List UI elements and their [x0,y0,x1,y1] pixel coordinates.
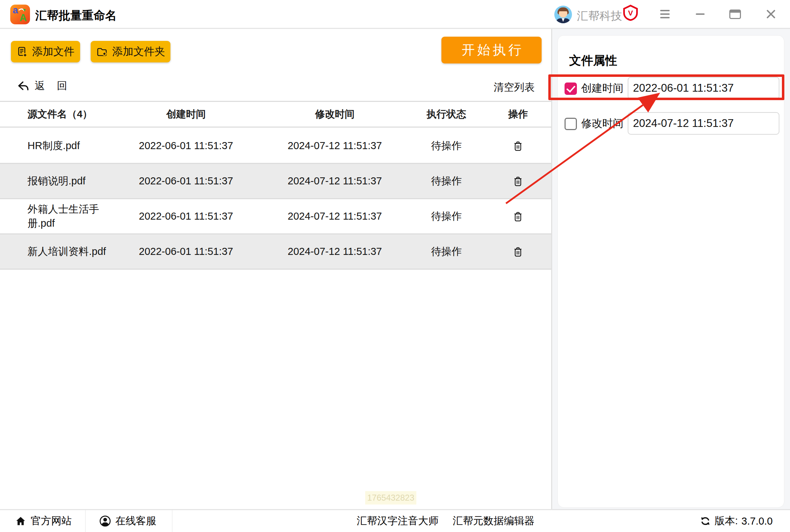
maximize-icon [729,10,741,19]
file-modified: 2024-07-12 11:51:37 [262,210,408,222]
file-name: HR制度.pdf [0,139,110,153]
modified-time-label: 修改时间 [581,112,623,135]
minimize-icon [696,13,705,15]
add-folder-icon [96,46,108,57]
online-support-label: 在线客服 [115,514,156,528]
app-logo-icon: a A [10,5,30,24]
panel-title: 文件属性 [569,53,617,69]
delete-row-button[interactable] [510,138,526,154]
online-support-link[interactable]: 在线客服 [85,510,173,532]
add-file-icon [17,46,28,57]
modified-time-checkbox[interactable] [565,118,577,130]
menu-button[interactable] [652,0,677,28]
created-time-label: 创建时间 [581,77,623,99]
table-body: HR制度.pdf 2022-06-01 11:51:37 2024-07-12 … [0,129,551,270]
header-exec-status: 执行状态 [408,108,485,121]
file-list-area: 添加文件 添加文件夹 开始执行 返 回 清空列表 [0,29,551,509]
table-header: 源文件名（4） 创建时间 修改时间 执行状态 操作 [0,101,551,128]
version-info: 版本: 3.7.0.0 [700,510,773,532]
created-time-row: 创建时间 [558,77,785,99]
back-label: 返 回 [35,79,67,93]
file-status: 待操作 [408,245,485,259]
pinyin-master-link[interactable]: 汇帮汉字注音大师 [357,510,439,532]
header-modified-time: 修改时间 [262,108,408,121]
trash-icon [512,140,524,152]
file-name: 报销说明.pdf [0,174,110,188]
minimize-button[interactable] [687,0,713,28]
delete-row-button[interactable] [510,244,526,260]
home-icon [15,515,26,527]
file-name: 新人培训资料.pdf [0,245,110,259]
hamburger-icon [660,10,670,18]
avatar[interactable] [554,6,572,23]
back-arrow-icon [16,80,29,92]
file-created: 2022-06-01 11:51:37 [110,140,262,152]
back-button[interactable]: 返 回 [16,79,67,93]
status-bar: 官方网站 在线客服 汇帮汉字注音大师 汇帮元数据编辑器 版本: [0,509,790,532]
header-operation: 操作 [485,108,551,121]
official-website-label: 官方网站 [31,514,72,528]
list-nav-row: 返 回 清空列表 [0,74,551,101]
table-row[interactable]: 新人培训资料.pdf 2022-06-01 11:51:37 2024-07-1… [0,234,551,270]
file-created: 2022-06-01 11:51:37 [110,210,262,222]
add-folder-button[interactable]: 添加文件夹 [91,41,170,62]
file-created: 2022-06-01 11:51:37 [110,175,262,187]
start-execute-button[interactable]: 开始执行 [441,37,542,63]
trash-icon [512,246,524,258]
table-row[interactable]: 报销说明.pdf 2022-06-01 11:51:37 2024-07-12 … [0,164,551,199]
clear-list-button[interactable]: 清空列表 [494,80,535,94]
file-modified: 2024-07-12 11:51:37 [262,175,408,187]
file-status: 待操作 [408,139,485,153]
add-folder-label: 添加文件夹 [112,44,165,59]
person-icon [99,515,111,527]
header-created-time: 创建时间 [110,108,262,121]
file-status: 待操作 [408,209,485,224]
metadata-editor-link[interactable]: 汇帮元数据编辑器 [453,510,535,532]
vip-letter: V [628,9,633,17]
trash-icon [512,210,524,222]
properties-panel: 文件属性 创建时间 修改时间 [552,29,790,509]
close-button[interactable] [758,0,784,28]
version-label: 版本: [714,514,738,528]
file-name: 外籍人士生活手册.pdf [0,202,110,231]
delete-row-button[interactable] [510,208,526,225]
vip-badge-icon[interactable]: V [623,5,638,22]
watermark: 1765432823 [365,491,416,505]
created-time-input[interactable] [628,77,779,99]
title-bar: a A 汇帮批量重命名 汇帮科技 V [0,0,790,29]
file-created: 2022-06-01 11:51:37 [110,246,262,257]
close-icon [766,9,776,19]
modified-time-row: 修改时间 [558,112,785,135]
add-file-label: 添加文件 [32,44,74,59]
app-window: a A 汇帮批量重命名 汇帮科技 V [0,0,790,532]
file-modified: 2024-07-12 11:51:37 [262,246,408,257]
modified-time-input[interactable] [628,112,779,135]
start-execute-label: 开始执行 [462,41,524,59]
maximize-button[interactable] [722,0,748,28]
delete-row-button[interactable] [510,173,526,189]
file-modified: 2024-07-12 11:51:37 [262,140,408,152]
version-value: 3.7.0.0 [741,515,773,527]
refresh-icon[interactable] [700,515,711,527]
logo-rename-arrow [10,5,30,24]
file-status: 待操作 [408,174,485,188]
table-row[interactable]: 外籍人士生活手册.pdf 2022-06-01 11:51:37 2024-07… [0,199,551,234]
properties-card: 文件属性 创建时间 修改时间 [557,35,784,508]
header-source-filename: 源文件名（4） [0,108,110,121]
app-title: 汇帮批量重命名 [35,8,117,24]
created-time-checkbox[interactable] [565,82,577,95]
add-file-button[interactable]: 添加文件 [11,41,80,62]
official-website-link[interactable]: 官方网站 [0,510,85,532]
brand-name: 汇帮科技 [577,8,622,24]
trash-icon [512,175,524,187]
table-row[interactable]: HR制度.pdf 2022-06-01 11:51:37 2024-07-12 … [0,129,551,164]
